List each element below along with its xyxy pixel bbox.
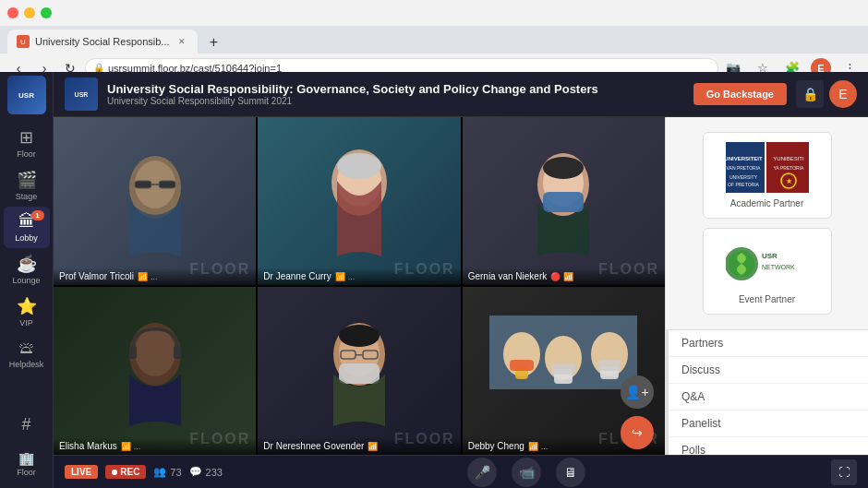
title-bar xyxy=(0,0,868,26)
close-window-btn[interactable] xyxy=(7,7,18,18)
svg-text:UNIVERSITY: UNIVERSITY xyxy=(729,174,758,180)
sidebar-item-hash[interactable]: # xyxy=(4,410,50,440)
video-icons-5: 📶 xyxy=(368,442,378,451)
lock-header-btn[interactable]: 🔒 xyxy=(796,80,824,108)
camera-ctrl-btn[interactable]: 📹 xyxy=(512,458,541,487)
menu-polls[interactable]: Polls xyxy=(669,437,868,455)
sidebar-item-lobby[interactable]: 1 🏛 Lobby xyxy=(4,207,50,248)
floating-action-btns: 👤+ ↪ xyxy=(621,375,654,449)
sidebar-item-vip[interactable]: ⭐ VIP xyxy=(4,291,50,333)
academic-partner-card: UNIVERSITEIT VAN PRETORIA UNIVERSITY OF … xyxy=(703,132,832,219)
svg-rect-30 xyxy=(510,360,534,371)
video-cell-3: Gernia van Niekerk 🔴 📶 FLOOR xyxy=(463,117,665,285)
svg-rect-22 xyxy=(339,363,380,384)
svg-text:USR: USR xyxy=(762,252,778,260)
exit-btn[interactable]: ↪ xyxy=(621,416,654,449)
sidebar-item-stage[interactable]: 🎬 Stage xyxy=(4,164,50,207)
floor-label: Floor xyxy=(17,149,36,159)
event-partner-logo: USR NETWORK xyxy=(726,238,809,289)
event-partner-card: USR NETWORK Event Partner xyxy=(703,228,832,315)
watermark-3: FLOOR xyxy=(598,261,659,278)
bottom-bar: LIVE REC 👥 73 💬 233 🎤 📹 🖥 ⛶ xyxy=(54,455,868,488)
video-name-1: Prof Valmor Tricoli xyxy=(59,271,134,281)
event-logo: USR xyxy=(7,76,46,114)
attendee-count: 👥 73 xyxy=(153,466,181,478)
menu-qna[interactable]: Q&A xyxy=(669,384,868,411)
video-area: Prof Valmor Tricoli 📶 ... FLOOR xyxy=(54,117,868,455)
rec-dot xyxy=(112,470,117,475)
svg-text:UNIVERSITEIT: UNIVERSITEIT xyxy=(726,156,764,161)
bottom-right: ⛶ xyxy=(831,459,857,485)
mic-btn[interactable]: 🎤 xyxy=(467,458,497,487)
video-icons-4: 📶 ... xyxy=(121,442,141,451)
header-title: University Social Responsibility: Govern… xyxy=(107,82,684,97)
maximize-window-btn[interactable] xyxy=(41,7,52,18)
svg-text:NETWORK: NETWORK xyxy=(762,264,795,270)
tab-title: University Social Responsib... xyxy=(35,36,170,47)
video-icons-6: 📶 ... xyxy=(528,442,549,451)
menu-discuss[interactable]: Discuss xyxy=(669,357,868,384)
expand-btn[interactable]: ⛶ xyxy=(831,459,857,485)
video-name-4: Elisha Markus xyxy=(59,441,117,451)
academic-partner-label: Academic Partner xyxy=(730,198,803,208)
active-tab[interactable]: U University Social Responsib... ✕ xyxy=(7,30,198,54)
minimize-window-btn[interactable] xyxy=(24,7,35,18)
header-action-btns: 🔒 E xyxy=(796,80,857,108)
video-grid: Prof Valmor Tricoli 📶 ... FLOOR xyxy=(54,117,665,455)
svg-text:YUNIBESITI: YUNIBESITI xyxy=(773,156,804,161)
rec-badge: REC xyxy=(105,465,146,479)
header-text: University Social Responsibility: Govern… xyxy=(107,82,684,107)
svg-rect-32 xyxy=(598,360,621,371)
watermark-2: FLOOR xyxy=(394,261,455,278)
menu-panelist[interactable]: Panelist xyxy=(669,411,868,437)
tab-bar: U University Social Responsib... ✕ + xyxy=(0,26,868,54)
floor-bottom-icon: 🏢 xyxy=(18,451,34,466)
vip-label: VIP xyxy=(19,318,33,327)
header-subtitle: University Social Responsibility Summit … xyxy=(107,96,684,106)
hash-icon: # xyxy=(21,415,30,434)
video-name-6: Debby Cheng xyxy=(468,441,524,451)
svg-rect-4 xyxy=(151,184,159,185)
video-name-2: Dr Jeanne Curry xyxy=(263,271,331,281)
go-backstage-btn[interactable]: Go Backstage xyxy=(693,83,787,105)
svg-rect-11 xyxy=(543,192,584,212)
svg-point-13 xyxy=(135,328,175,376)
watermark-1: FLOOR xyxy=(189,261,250,278)
tab-close-btn[interactable]: ✕ xyxy=(175,35,188,48)
live-badge: LIVE xyxy=(65,465,98,479)
people-icon: 👥 xyxy=(153,466,166,478)
svg-rect-15 xyxy=(174,346,181,359)
main-content: USR University Social Responsibility: Go… xyxy=(54,72,868,488)
browser-chrome: U University Social Responsib... ✕ + ‹ ›… xyxy=(0,0,868,72)
floor-bottom-label: Floor xyxy=(17,468,36,477)
sidebar-item-lounge[interactable]: ☕ Lounge xyxy=(4,248,50,291)
video-icons-3: 🔴 📶 xyxy=(550,272,573,281)
partner-section: UNIVERSITEIT VAN PRETORIA UNIVERSITY OF … xyxy=(666,117,868,330)
user-header-btn[interactable]: E xyxy=(829,80,857,108)
stage-label: Stage xyxy=(16,192,38,201)
sidebar-item-floor-bottom[interactable]: 🏢 Floor xyxy=(4,446,50,482)
video-cell-5: Dr Nereshnee Govender 📶 FLOOR xyxy=(258,287,460,455)
chat-icon: 💬 xyxy=(189,466,202,478)
sidebar-item-helpdesk[interactable]: 🛎 Helpdesk xyxy=(4,333,50,375)
lobby-badge: 1 xyxy=(31,210,44,220)
left-sidebar: USR ⊞ Floor 🎬 Stage 1 🏛 Lobby ☕ Lounge ⭐… xyxy=(0,72,54,488)
svg-text:OF PRETORIA: OF PRETORIA xyxy=(728,182,759,187)
watermark-4: FLOOR xyxy=(189,431,250,447)
add-person-btn[interactable]: 👤+ xyxy=(621,375,654,409)
new-tab-btn[interactable]: + xyxy=(203,31,225,54)
video-icons-2: 📶 ... xyxy=(335,272,356,281)
lounge-icon: ☕ xyxy=(17,254,37,274)
video-icons-1: 📶 ... xyxy=(138,272,158,281)
sidebar-item-floor[interactable]: ⊞ Floor xyxy=(4,122,50,164)
svg-point-10 xyxy=(543,157,584,179)
app-content: USR ⊞ Floor 🎬 Stage 1 🏛 Lobby ☕ Lounge ⭐… xyxy=(0,72,868,488)
bottom-controls: 🎤 📹 🖥 xyxy=(230,458,824,487)
menu-partners[interactable]: Partners xyxy=(669,330,868,357)
screen-btn[interactable]: 🖥 xyxy=(556,458,585,487)
floor-icon: ⊞ xyxy=(19,127,33,148)
event-partner-label: Event Partner xyxy=(739,294,795,304)
vip-icon: ⭐ xyxy=(17,296,37,316)
svg-rect-21 xyxy=(356,354,363,356)
lobby-label: Lobby xyxy=(15,233,38,243)
